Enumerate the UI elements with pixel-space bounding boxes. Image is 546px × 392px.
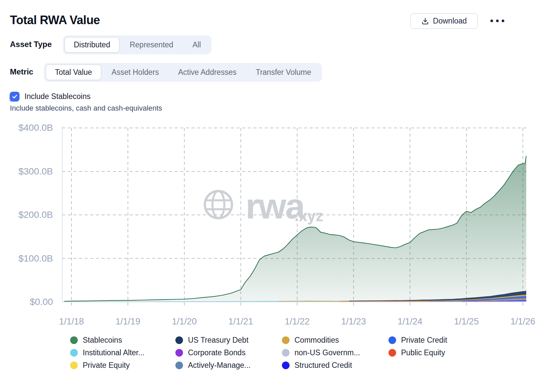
y-tick-label: $400.0B (19, 122, 53, 133)
x-tick-label: 1/1/23 (341, 317, 366, 326)
legend-item-commodities[interactable]: Commodities (282, 334, 388, 346)
legend-item-corporate-bonds[interactable]: Corporate Bonds (175, 346, 282, 359)
checkmark-icon (11, 93, 18, 100)
legend-swatch-icon (282, 349, 290, 357)
x-tick-label: 1/1/24 (397, 317, 422, 326)
rwa-value-area-chart[interactable]: rwa.xyz$400.0B$300.0B$200.0B$100.0B$0.00… (0, 116, 546, 334)
y-tick-label: $100.0B (19, 253, 53, 264)
y-tick-label: $0.00 (30, 297, 53, 307)
legend-label: Institutional Alter... (83, 348, 145, 357)
legend-item-institutional-alter-[interactable]: Institutional Alter... (70, 346, 175, 359)
include-stablecoins-checkbox[interactable] (10, 92, 20, 101)
legend-label: Commodities (295, 336, 339, 345)
download-icon (421, 17, 429, 25)
legend-swatch-icon (282, 336, 290, 344)
metric-option-transfer-volume[interactable]: Transfer Volume (247, 65, 320, 80)
legend-swatch-icon (175, 362, 183, 369)
area-stablecoins (64, 156, 526, 302)
legend-label: Stablecoins (83, 336, 122, 345)
page-title: Total RWA Value (10, 13, 100, 27)
legend-label: Structured Credit (295, 361, 352, 370)
chart-legend: StablecoinsUS Treasury DebtCommoditiesPr… (70, 334, 501, 371)
rwa-xyz-watermark-logo: rwa.xyz (205, 186, 323, 226)
x-tick-label: 1/1/18 (59, 317, 84, 326)
asset-type-option-all[interactable]: All (184, 37, 210, 53)
legend-swatch-icon (70, 362, 78, 369)
legend-swatch-icon (388, 336, 396, 344)
x-tick-label: 1/1/26 (510, 317, 535, 326)
y-tick-label: $200.0B (19, 210, 53, 220)
x-tick-label: 1/1/22 (285, 317, 309, 326)
asset-type-option-distributed[interactable]: Distributed (65, 37, 119, 53)
include-stablecoins-description: Include stablecoins, cash and cash-equiv… (10, 104, 162, 113)
legend-swatch-icon (70, 336, 78, 344)
legend-swatch-icon (175, 336, 183, 344)
legend-item-public-equity[interactable]: Public Equity (388, 346, 501, 359)
metric-option-asset-holders[interactable]: Asset Holders (103, 65, 168, 80)
legend-label: US Treasury Debt (188, 336, 249, 345)
legend-label: Private Equity (83, 361, 130, 370)
include-stablecoins-label[interactable]: Include Stablecoins (24, 92, 90, 101)
asset-type-option-represented[interactable]: Represented (121, 37, 182, 53)
metric-label: Metric (10, 67, 33, 76)
total-rwa-value-panel: Total RWA Value Download Asset Type Dist… (0, 0, 546, 392)
svg-text:.xyz: .xyz (295, 207, 323, 224)
legend-item-private-equity[interactable]: Private Equity (70, 359, 175, 371)
asset-type-control: DistributedRepresentedAll (63, 35, 211, 54)
download-button-label: Download (433, 17, 467, 25)
legend-item-non-us-governm-[interactable]: non-US Governm... (282, 346, 388, 359)
legend-label: Corporate Bonds (188, 348, 246, 357)
metric-control: Total ValueAsset HoldersActive Addresses… (44, 63, 322, 82)
legend-item-actively-manage-[interactable]: Actively-Manage... (175, 359, 282, 371)
download-button[interactable]: Download (410, 13, 478, 29)
x-tick-label: 1/1/21 (228, 317, 253, 326)
legend-label: Private Credit (401, 336, 447, 345)
legend-swatch-icon (282, 362, 290, 369)
x-tick-label: 1/1/19 (115, 317, 140, 326)
legend-swatch-icon (175, 349, 183, 357)
legend-label: Public Equity (401, 348, 445, 357)
legend-label: Actively-Manage... (188, 361, 250, 370)
x-tick-label: 1/1/20 (172, 317, 197, 326)
metric-option-total-value[interactable]: Total Value (46, 65, 101, 80)
legend-item-structured-credit[interactable]: Structured Credit (282, 359, 388, 371)
legend-swatch-icon (388, 349, 396, 357)
metric-option-active-addresses[interactable]: Active Addresses (169, 65, 245, 80)
y-tick-label: $300.0B (19, 166, 53, 176)
more-options-icon[interactable] (490, 17, 510, 24)
legend-item-stablecoins[interactable]: Stablecoins (70, 334, 175, 346)
legend-label: non-US Governm... (295, 348, 360, 357)
x-tick-label: 1/1/25 (454, 317, 479, 326)
legend-swatch-icon (70, 349, 78, 357)
legend-item-us-treasury-debt[interactable]: US Treasury Debt (175, 334, 282, 346)
asset-type-label: Asset Type (10, 40, 52, 49)
legend-item-private-credit[interactable]: Private Credit (388, 334, 501, 346)
